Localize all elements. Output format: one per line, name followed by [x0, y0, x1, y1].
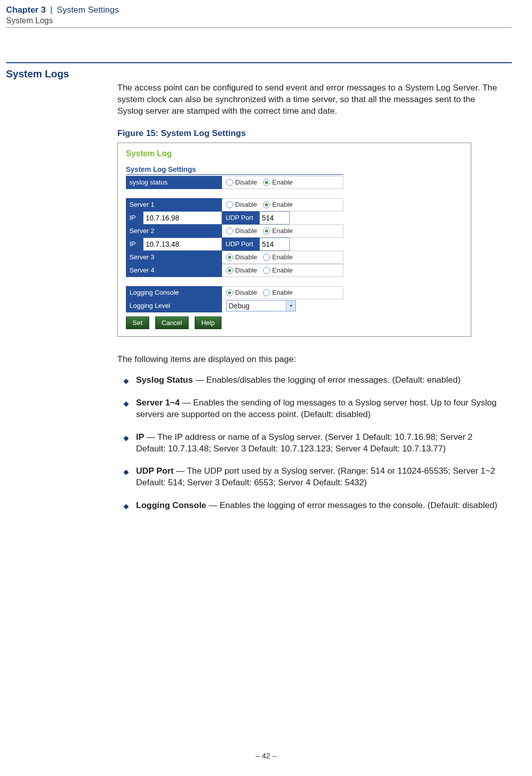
figure-caption: Figure 15: System Log Settings	[117, 128, 502, 139]
radio-icon[interactable]	[226, 289, 233, 296]
diamond-icon: ◆	[123, 467, 129, 489]
logging-console-label: Logging Console	[126, 286, 222, 299]
server4-radios[interactable]: Disable Enable	[222, 264, 343, 277]
disable-option: Disable	[235, 178, 257, 186]
item-term: Server 1~4	[136, 398, 180, 407]
ip-label: IP	[126, 238, 143, 251]
server4-label: Server 4	[126, 264, 222, 277]
enable-option: Enable	[272, 227, 292, 235]
cancel-button[interactable]: Cancel	[155, 316, 189, 329]
figure-screenshot: System Log System Log Settings syslog st…	[117, 143, 471, 337]
list-item: ◆ Logging Console — Enables the logging …	[117, 500, 502, 512]
item-term: UDP Port	[136, 466, 173, 476]
server2-ip-input[interactable]	[143, 238, 222, 251]
enable-option: Enable	[272, 289, 292, 296]
syslog-status-radios[interactable]: Disable Enable	[222, 176, 343, 189]
server3-radios[interactable]: Disable Enable	[222, 251, 343, 264]
enable-option: Enable	[272, 253, 292, 261]
radio-icon[interactable]	[263, 289, 270, 296]
item-desc: — The IP address or name of a Syslog ser…	[136, 432, 473, 453]
disable-option: Disable	[235, 253, 257, 261]
server1-ip-input[interactable]	[143, 211, 222, 224]
set-button[interactable]: Set	[126, 316, 149, 329]
server2-radios[interactable]: Disable Enable	[222, 224, 343, 238]
enable-option: Enable	[272, 266, 292, 274]
panel-title: System Log	[126, 149, 463, 158]
udp-port-label: UDP Port	[222, 211, 259, 224]
server2-port-input[interactable]	[259, 238, 290, 251]
list-item: ◆ IP — The IP address or name of a Syslo…	[117, 432, 502, 455]
diamond-icon: ◆	[123, 433, 129, 455]
item-term: IP	[136, 432, 144, 442]
intro-paragraph: The access point can be configured to se…	[117, 82, 502, 117]
item-term: Syslog Status	[136, 375, 193, 385]
syslog-status-label: syslog status	[126, 176, 222, 189]
items-intro: The following items are displayed on thi…	[117, 354, 502, 366]
logging-level-value: Debug	[227, 301, 286, 311]
radio-icon[interactable]	[226, 201, 233, 208]
enable-option: Enable	[272, 178, 292, 186]
radio-icon[interactable]	[226, 254, 233, 261]
page-number: – 42 –	[0, 751, 532, 760]
page-header: Chapter 3 | System Settings System Logs	[6, 0, 512, 32]
breadcrumb-separator: |	[48, 5, 54, 15]
radio-icon[interactable]	[263, 179, 270, 186]
server3-label: Server 3	[126, 251, 222, 264]
help-button[interactable]: Help	[195, 316, 221, 329]
radio-icon[interactable]	[226, 179, 233, 186]
item-list: ◆ Syslog Status — Enables/disables the l…	[117, 375, 502, 512]
item-term: Logging Console	[136, 500, 206, 510]
list-item: ◆ Syslog Status — Enables/disables the l…	[117, 375, 502, 386]
chapter-label: Chapter 3	[6, 5, 46, 15]
item-desc: — Enables the sending of log messages to…	[136, 398, 497, 419]
server1-port-input[interactable]	[259, 211, 290, 224]
radio-icon[interactable]	[263, 267, 270, 274]
section-heading: System Logs	[6, 68, 117, 523]
logging-level-label: Logging Level	[126, 299, 222, 312]
udp-port-label: UDP Port	[222, 238, 259, 251]
disable-option: Disable	[235, 201, 257, 208]
item-desc: — The UDP port used by a Syslog server. …	[136, 466, 495, 487]
enable-option: Enable	[272, 201, 292, 208]
logging-level-select[interactable]: Debug ▾	[226, 300, 296, 311]
radio-icon[interactable]	[226, 267, 233, 274]
server1-label: Server 1	[126, 198, 222, 211]
item-desc: — Enables the logging of error messages …	[206, 500, 498, 510]
server2-label: Server 2	[126, 224, 222, 238]
disable-option: Disable	[235, 227, 257, 235]
logging-console-radios[interactable]: Disable Enable	[222, 286, 343, 299]
section-label: System Settings	[57, 5, 119, 15]
subsection-label: System Logs	[6, 16, 512, 25]
disable-option: Disable	[235, 266, 257, 274]
list-item: ◆ Server 1~4 — Enables the sending of lo…	[117, 397, 502, 421]
radio-icon[interactable]	[263, 254, 270, 261]
header-rule	[6, 27, 512, 28]
diamond-icon: ◆	[123, 376, 129, 386]
item-desc: — Enables/disables the logging of error …	[193, 375, 460, 385]
ip-label: IP	[126, 211, 143, 224]
radio-icon[interactable]	[263, 201, 270, 208]
section-rule	[6, 62, 512, 63]
diamond-icon: ◆	[123, 501, 129, 512]
disable-option: Disable	[235, 289, 257, 296]
server1-radios[interactable]: Disable Enable	[222, 198, 343, 211]
settings-subtitle: System Log Settings	[126, 165, 343, 175]
breadcrumb: Chapter 3 | System Settings	[6, 5, 512, 15]
diamond-icon: ◆	[123, 399, 129, 421]
chevron-down-icon[interactable]: ▾	[286, 301, 295, 311]
radio-icon[interactable]	[263, 227, 270, 235]
list-item: ◆ UDP Port — The UDP port used by a Sysl…	[117, 466, 502, 489]
radio-icon[interactable]	[226, 227, 233, 235]
